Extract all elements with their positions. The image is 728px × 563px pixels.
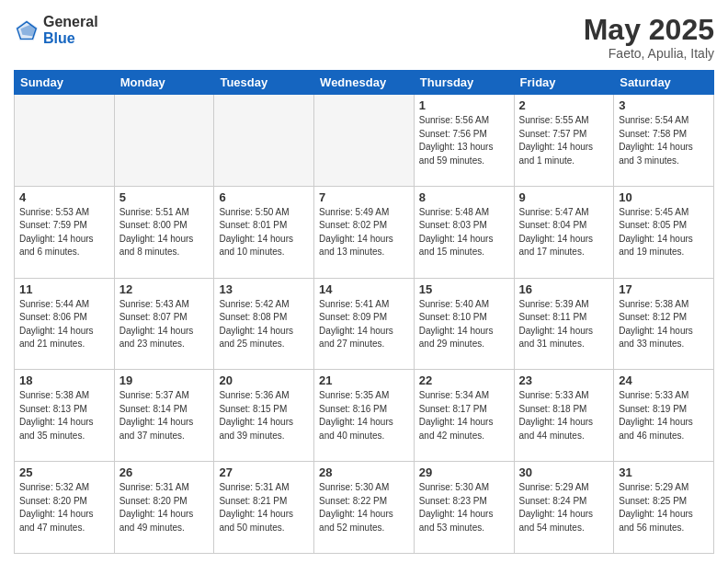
calendar-cell: 18Sunrise: 5:38 AMSunset: 8:13 PMDayligh… (15, 370, 115, 462)
logo-blue-text: Blue (43, 30, 98, 47)
day-info: Sunrise: 5:48 AMSunset: 8:03 PMDaylight:… (419, 206, 509, 259)
day-number: 10 (619, 190, 709, 204)
title-block: May 2025 Faeto, Apulia, Italy (584, 14, 714, 61)
day-info: Sunrise: 5:29 AMSunset: 8:24 PMDaylight:… (519, 481, 609, 534)
day-number: 4 (19, 190, 109, 204)
logo-text: General Blue (43, 14, 98, 46)
day-number: 23 (519, 373, 609, 387)
week-row-4: 18Sunrise: 5:38 AMSunset: 8:13 PMDayligh… (15, 370, 714, 462)
day-header-thursday: Thursday (414, 71, 514, 95)
day-info: Sunrise: 5:37 AMSunset: 8:14 PMDaylight:… (119, 389, 210, 442)
calendar-cell: 4Sunrise: 5:53 AMSunset: 7:59 PMDaylight… (15, 186, 115, 278)
day-info: Sunrise: 5:43 AMSunset: 8:07 PMDaylight:… (119, 298, 210, 351)
day-number: 30 (519, 465, 609, 479)
calendar-cell: 11Sunrise: 5:44 AMSunset: 8:06 PMDayligh… (15, 278, 115, 370)
calendar-cell: 15Sunrise: 5:40 AMSunset: 8:10 PMDayligh… (414, 278, 514, 370)
calendar-cell: 20Sunrise: 5:36 AMSunset: 8:15 PMDayligh… (214, 370, 314, 462)
calendar-cell: 29Sunrise: 5:30 AMSunset: 8:23 PMDayligh… (414, 462, 514, 554)
calendar-cell (314, 95, 415, 187)
day-number: 17 (619, 282, 709, 296)
logo: General Blue (14, 14, 98, 46)
calendar-cell: 27Sunrise: 5:31 AMSunset: 8:21 PMDayligh… (214, 462, 314, 554)
calendar-cell: 2Sunrise: 5:55 AMSunset: 7:57 PMDaylight… (514, 95, 614, 187)
calendar-cell: 23Sunrise: 5:33 AMSunset: 8:18 PMDayligh… (514, 370, 614, 462)
day-number: 1 (419, 98, 509, 112)
day-number: 14 (319, 282, 409, 296)
main-title: May 2025 (584, 14, 714, 46)
day-number: 16 (519, 282, 609, 296)
day-info: Sunrise: 5:51 AMSunset: 8:00 PMDaylight:… (119, 206, 210, 259)
calendar-cell: 24Sunrise: 5:33 AMSunset: 8:19 PMDayligh… (614, 370, 714, 462)
day-info: Sunrise: 5:53 AMSunset: 7:59 PMDaylight:… (19, 206, 109, 259)
day-number: 26 (119, 465, 210, 479)
calendar-cell: 3Sunrise: 5:54 AMSunset: 7:58 PMDaylight… (614, 95, 714, 187)
calendar-cell: 5Sunrise: 5:51 AMSunset: 8:00 PMDaylight… (114, 186, 214, 278)
page: General Blue May 2025 Faeto, Apulia, Ita… (0, 0, 728, 563)
day-number: 22 (419, 373, 509, 387)
day-header-saturday: Saturday (614, 71, 714, 95)
day-number: 31 (619, 465, 709, 479)
calendar-cell: 10Sunrise: 5:45 AMSunset: 8:05 PMDayligh… (614, 186, 714, 278)
calendar-cell: 8Sunrise: 5:48 AMSunset: 8:03 PMDaylight… (414, 186, 514, 278)
day-info: Sunrise: 5:30 AMSunset: 8:22 PMDaylight:… (319, 481, 409, 534)
calendar-cell: 26Sunrise: 5:31 AMSunset: 8:20 PMDayligh… (114, 462, 214, 554)
day-info: Sunrise: 5:47 AMSunset: 8:04 PMDaylight:… (519, 206, 609, 259)
calendar-cell: 28Sunrise: 5:30 AMSunset: 8:22 PMDayligh… (314, 462, 415, 554)
calendar-cell: 9Sunrise: 5:47 AMSunset: 8:04 PMDaylight… (514, 186, 614, 278)
day-info: Sunrise: 5:44 AMSunset: 8:06 PMDaylight:… (19, 298, 109, 351)
calendar-cell: 7Sunrise: 5:49 AMSunset: 8:02 PMDaylight… (314, 186, 415, 278)
day-number: 19 (119, 373, 210, 387)
day-number: 3 (619, 98, 709, 112)
subtitle: Faeto, Apulia, Italy (584, 46, 714, 61)
day-number: 12 (119, 282, 210, 296)
day-number: 13 (219, 282, 309, 296)
day-number: 24 (619, 373, 709, 387)
day-info: Sunrise: 5:30 AMSunset: 8:23 PMDaylight:… (419, 481, 509, 534)
calendar-cell (15, 95, 115, 187)
day-number: 25 (19, 465, 109, 479)
day-header-wednesday: Wednesday (314, 71, 415, 95)
header: General Blue May 2025 Faeto, Apulia, Ita… (14, 14, 714, 61)
calendar-table: SundayMondayTuesdayWednesdayThursdayFrid… (14, 70, 714, 554)
day-info: Sunrise: 5:55 AMSunset: 7:57 PMDaylight:… (519, 114, 609, 167)
day-info: Sunrise: 5:45 AMSunset: 8:05 PMDaylight:… (619, 206, 709, 259)
day-number: 6 (219, 190, 309, 204)
calendar-cell: 17Sunrise: 5:38 AMSunset: 8:12 PMDayligh… (614, 278, 714, 370)
day-info: Sunrise: 5:42 AMSunset: 8:08 PMDaylight:… (219, 298, 309, 351)
day-info: Sunrise: 5:33 AMSunset: 8:18 PMDaylight:… (519, 389, 609, 442)
day-header-sunday: Sunday (15, 71, 115, 95)
day-number: 2 (519, 98, 609, 112)
logo-general-text: General (43, 14, 98, 30)
calendar-cell: 12Sunrise: 5:43 AMSunset: 8:07 PMDayligh… (114, 278, 214, 370)
calendar-cell: 1Sunrise: 5:56 AMSunset: 7:56 PMDaylight… (414, 95, 514, 187)
day-info: Sunrise: 5:41 AMSunset: 8:09 PMDaylight:… (319, 298, 409, 351)
logo-icon (14, 17, 40, 43)
day-info: Sunrise: 5:49 AMSunset: 8:02 PMDaylight:… (319, 206, 409, 259)
day-number: 29 (419, 465, 509, 479)
calendar-header-row: SundayMondayTuesdayWednesdayThursdayFrid… (15, 71, 714, 95)
day-number: 5 (119, 190, 210, 204)
calendar-cell (214, 95, 314, 187)
day-number: 18 (19, 373, 109, 387)
day-info: Sunrise: 5:50 AMSunset: 8:01 PMDaylight:… (219, 206, 309, 259)
calendar-cell: 6Sunrise: 5:50 AMSunset: 8:01 PMDaylight… (214, 186, 314, 278)
day-info: Sunrise: 5:34 AMSunset: 8:17 PMDaylight:… (419, 389, 509, 442)
calendar-cell: 21Sunrise: 5:35 AMSunset: 8:16 PMDayligh… (314, 370, 415, 462)
day-info: Sunrise: 5:54 AMSunset: 7:58 PMDaylight:… (619, 114, 709, 167)
calendar-cell: 30Sunrise: 5:29 AMSunset: 8:24 PMDayligh… (514, 462, 614, 554)
day-number: 20 (219, 373, 309, 387)
day-info: Sunrise: 5:38 AMSunset: 8:12 PMDaylight:… (619, 298, 709, 351)
calendar-cell (114, 95, 214, 187)
calendar-cell: 22Sunrise: 5:34 AMSunset: 8:17 PMDayligh… (414, 370, 514, 462)
day-header-monday: Monday (114, 71, 214, 95)
day-number: 27 (219, 465, 309, 479)
day-number: 7 (319, 190, 409, 204)
calendar-cell: 13Sunrise: 5:42 AMSunset: 8:08 PMDayligh… (214, 278, 314, 370)
day-info: Sunrise: 5:33 AMSunset: 8:19 PMDaylight:… (619, 389, 709, 442)
day-number: 8 (419, 190, 509, 204)
week-row-2: 4Sunrise: 5:53 AMSunset: 7:59 PMDaylight… (15, 186, 714, 278)
calendar-cell: 31Sunrise: 5:29 AMSunset: 8:25 PMDayligh… (614, 462, 714, 554)
day-info: Sunrise: 5:32 AMSunset: 8:20 PMDaylight:… (19, 481, 109, 534)
day-info: Sunrise: 5:31 AMSunset: 8:20 PMDaylight:… (119, 481, 210, 534)
day-number: 9 (519, 190, 609, 204)
